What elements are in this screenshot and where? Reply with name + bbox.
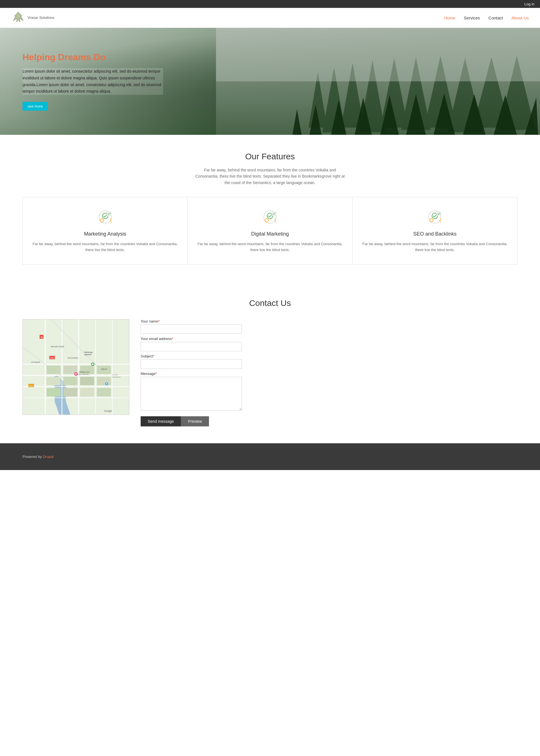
feature-title-3: SEO and Backlinks: [361, 231, 509, 237]
hero-title: Helping Dreams Do: [23, 52, 163, 63]
svg-point-47: [430, 219, 433, 222]
logo-icon: [11, 11, 25, 25]
contact-form: Your name* Your email address* Subject* …: [141, 319, 517, 426]
svg-text:NE3: NE3: [50, 357, 55, 359]
name-required-marker: *: [158, 319, 160, 323]
subject-input[interactable]: [141, 359, 242, 369]
powered-by-text: Powered by: [23, 455, 43, 459]
svg-rect-78: [97, 388, 111, 396]
logo-area: Vrasar Solutions: [11, 11, 54, 25]
svg-rect-71: [63, 377, 77, 385]
send-message-button[interactable]: Send message: [141, 416, 181, 426]
feature-icon-1: [97, 209, 114, 226]
name-input[interactable]: [141, 324, 242, 334]
svg-text:Office Delhi NE...: Office Delhi NE...: [77, 373, 90, 375]
feature-title-2: Digital Marketing: [196, 231, 344, 237]
contact-map: Zoological ... Akshardham Maharaja Agras…: [23, 319, 129, 415]
footer: Powered by Drupal: [0, 443, 540, 470]
feature-card-3: SEO and Backlinks Far far away, behind t…: [353, 197, 517, 264]
svg-point-46: [437, 211, 441, 216]
hero-trees: [216, 28, 540, 135]
message-required-marker: *: [156, 372, 157, 376]
header: Vrasar Solutions Home Services Contact A…: [0, 8, 540, 28]
hero-content: Helping Dreams Do Lorem ipsum dolor sit …: [23, 35, 163, 127]
svg-text:MAYUR VIHAR: MAYUR VIHAR: [51, 346, 65, 348]
svg-text:Zoological: Zoological: [31, 361, 40, 363]
email-input[interactable]: [141, 342, 242, 351]
svg-rect-67: [47, 366, 61, 374]
svg-text:Google: Google: [104, 410, 112, 412]
features-subtitle: Far far away, behind the word mountains,…: [193, 167, 347, 186]
logo-text: Vrasar Solutions: [28, 16, 54, 20]
contact-section: Contact Us: [0, 282, 540, 443]
feature-desc-1: Far far away, behind the word mountains,…: [31, 241, 179, 253]
features-grid: Marketing Analysis Far far away, behind …: [23, 197, 517, 265]
message-textarea[interactable]: [141, 377, 242, 411]
hero-section: Helping Dreams Do Lorem ipsum dolor sit …: [0, 28, 540, 135]
svg-text:Maharaja: Maharaja: [84, 351, 92, 353]
email-required-marker: *: [172, 337, 173, 341]
login-link[interactable]: Log in: [524, 2, 534, 6]
svg-text:UTTAR: UTTAR: [112, 374, 118, 376]
svg-text:PRADESH: PRADESH: [112, 376, 120, 378]
contact-inner: Zoological ... Akshardham Maharaja Agras…: [23, 319, 517, 426]
feature-card-2: Digital Marketing Far far away, behind t…: [188, 197, 352, 264]
svg-text:Alibaba.com: Alibaba.com: [79, 371, 89, 373]
subject-label: Subject*: [141, 354, 517, 358]
hero-description: Lorem ipsum dolor sit amet, consectetur …: [23, 68, 163, 95]
nav-home[interactable]: Home: [444, 16, 455, 20]
feature-title-1: Marketing Analysis: [31, 231, 179, 237]
svg-rect-70: [47, 377, 61, 385]
svg-rect-21: [216, 28, 540, 81]
form-group-email: Your email address*: [141, 337, 517, 351]
features-section: Our Features Far far away, behind the wo…: [0, 135, 540, 282]
contact-heading: Contact Us: [23, 298, 517, 308]
form-buttons: Send message Preview: [141, 416, 517, 426]
svg-point-95: [106, 383, 107, 384]
name-label: Your name*: [141, 319, 517, 323]
svg-point-35: [272, 211, 276, 216]
svg-rect-77: [80, 388, 94, 396]
svg-text:DELHI: DELHI: [101, 368, 107, 370]
see-more-button[interactable]: see more: [23, 102, 48, 110]
feature-desc-3: Far far away, behind the word mountains,…: [361, 241, 509, 253]
subject-required-marker: *: [153, 354, 154, 358]
features-heading: Our Features: [23, 152, 517, 161]
feature-icon-2: [262, 209, 278, 226]
message-label: Message*: [141, 372, 517, 376]
form-group-message: Message*: [141, 372, 517, 411]
svg-rect-74: [97, 377, 111, 385]
svg-text:Akshardham: Akshardham: [68, 357, 78, 359]
nav-services[interactable]: Services: [464, 16, 480, 20]
feature-desc-2: Far far away, behind the word mountains,…: [196, 241, 344, 253]
top-bar: Log in: [0, 0, 540, 8]
svg-line-32: [110, 222, 111, 223]
svg-point-36: [265, 219, 268, 222]
svg-point-25: [100, 219, 103, 222]
svg-rect-72: [80, 377, 94, 385]
svg-text:Agrasen: Agrasen: [84, 353, 92, 356]
svg-text:H: H: [41, 335, 43, 338]
nav-contact[interactable]: Contact: [488, 16, 503, 20]
email-label: Your email address*: [141, 337, 517, 341]
svg-point-93: [75, 373, 77, 375]
feature-icon-3: [426, 209, 443, 226]
svg-point-91: [92, 363, 94, 365]
main-nav: Home Services Contact About Us: [444, 16, 529, 20]
feature-card-1: Marketing Analysis Far far away, behind …: [23, 197, 188, 264]
svg-rect-76: [63, 388, 77, 396]
nav-about[interactable]: About Us: [511, 16, 529, 20]
svg-line-54: [440, 222, 441, 223]
form-group-subject: Subject*: [141, 354, 517, 369]
svg-point-24: [107, 211, 111, 216]
form-group-name: Your name*: [141, 319, 517, 334]
svg-rect-75: [47, 388, 61, 396]
svg-text:...: ...: [31, 363, 33, 365]
preview-button[interactable]: Preview: [181, 416, 209, 426]
svg-text:NE2: NE2: [29, 384, 34, 387]
drupal-link[interactable]: Drupal: [43, 455, 54, 459]
svg-line-43: [275, 222, 276, 223]
